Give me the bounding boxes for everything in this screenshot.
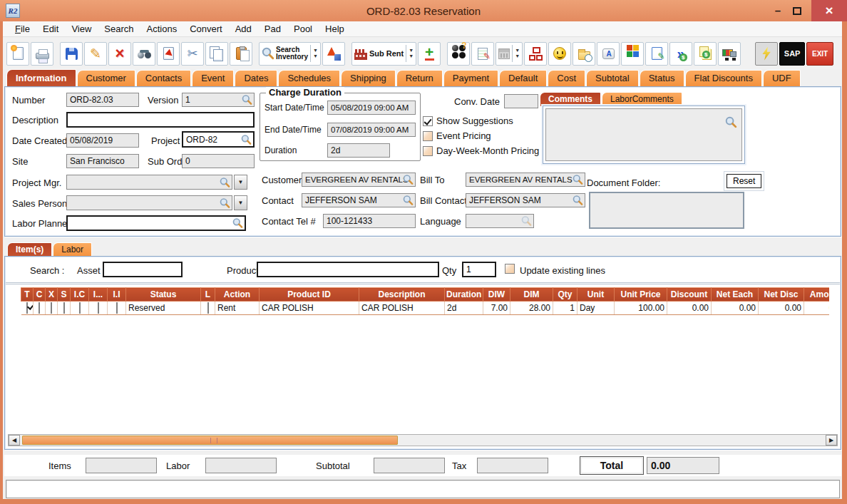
customer-search-icon[interactable] (403, 175, 414, 185)
row-ic-checkbox[interactable] (79, 302, 81, 314)
col-idots[interactable]: I... (89, 288, 108, 302)
col-net-each[interactable]: Net Each (712, 288, 759, 302)
menu-help[interactable]: Help (319, 24, 351, 34)
tab-labor-comments[interactable]: LaborComments (602, 92, 682, 106)
minimize-button[interactable]: – (767, 0, 789, 21)
exit-button[interactable]: EXIT (806, 42, 833, 66)
menu-convert[interactable]: Convert (183, 24, 229, 34)
sub-rent-button[interactable]: Sub Rent ▼▼ (351, 42, 416, 66)
tab-customer[interactable]: Customer (77, 70, 135, 86)
col-t[interactable]: T (21, 288, 34, 302)
labor-planner-field[interactable] (66, 215, 246, 231)
col-discount[interactable]: Discount (667, 288, 712, 302)
sap-button[interactable]: SAP (779, 42, 805, 66)
qty-input[interactable] (462, 262, 496, 277)
col-s[interactable]: S (58, 288, 71, 302)
col-action[interactable]: Action (215, 288, 260, 302)
col-unit-price[interactable]: Unit Price (615, 288, 667, 302)
calendar-button[interactable]: ▼▼ (496, 42, 523, 66)
row-s-checkbox[interactable] (63, 302, 65, 314)
group-query-button[interactable] (447, 42, 470, 66)
org-chart-button[interactable] (524, 42, 547, 66)
find-button[interactable] (133, 42, 155, 66)
col-qty[interactable]: Qty (553, 288, 578, 302)
horizontal-scrollbar[interactable]: ◀ ▶ (8, 434, 838, 446)
history-folder-button[interactable] (573, 42, 595, 66)
menu-actions[interactable]: Actions (140, 24, 184, 34)
notes-button[interactable] (471, 42, 494, 66)
shapes-button[interactable] (322, 42, 345, 66)
row-x-checkbox[interactable] (51, 302, 52, 314)
row-t-checkbox[interactable] (26, 302, 28, 314)
col-net-disc[interactable]: Net Disc (759, 288, 804, 302)
tab-default[interactable]: Default (499, 70, 547, 86)
project-mgr-search-icon[interactable] (220, 177, 230, 187)
quote-button[interactable]: $ (694, 42, 717, 66)
paste-button[interactable] (230, 42, 252, 66)
version-search-icon[interactable] (242, 95, 252, 106)
menu-file[interactable]: File (9, 24, 36, 34)
col-l[interactable]: L (201, 288, 215, 302)
show-suggestions-checkbox[interactable] (423, 116, 433, 126)
col-description[interactable]: Description (359, 288, 445, 302)
tab-labor[interactable]: Labor (53, 242, 92, 257)
line-item-row[interactable]: Reserved Rent CAR POLISH CAR POLISH 2d 7… (21, 302, 830, 315)
update-existing-checkbox[interactable] (505, 264, 515, 274)
col-amount[interactable]: Amount (804, 288, 830, 302)
quick-action-button[interactable] (755, 42, 778, 66)
sales-person-dropdown-icon[interactable]: ▼ (234, 195, 247, 210)
copy-button[interactable] (205, 42, 228, 66)
menu-pad[interactable]: Pad (258, 24, 287, 34)
menu-pool[interactable]: Pool (287, 24, 319, 34)
tab-information[interactable]: Information (6, 69, 76, 86)
delete-button[interactable]: × (108, 42, 131, 66)
tab-schedules[interactable]: Schedules (278, 70, 340, 86)
sub-rent-dropdown-icon[interactable]: ▼▼ (406, 45, 414, 62)
col-dim[interactable]: DIM (510, 288, 553, 302)
shipping-button[interactable] (718, 42, 741, 66)
add-line-button[interactable]: + (418, 42, 441, 66)
comments-search-icon[interactable] (725, 116, 737, 128)
search-inventory-button[interactable]: SearchInventory ▼▼ (259, 42, 321, 66)
cut-button[interactable]: ✂ (181, 42, 204, 66)
col-ic[interactable]: I.C (71, 288, 89, 302)
description-input[interactable] (66, 112, 255, 128)
tab-event[interactable]: Event (192, 70, 234, 86)
tab-udf[interactable]: UDF (763, 70, 801, 86)
col-x[interactable]: X (46, 288, 58, 302)
event-pricing-checkbox[interactable] (423, 131, 433, 141)
shortcut-key-button[interactable] (597, 42, 620, 66)
close-button[interactable]: × (811, 0, 847, 21)
tab-payment[interactable]: Payment (443, 70, 498, 86)
col-c[interactable]: C (34, 288, 46, 302)
labor-planner-search-icon[interactable] (232, 218, 243, 229)
tab-subtotal[interactable]: Subtotal (586, 70, 639, 86)
save-button[interactable] (60, 42, 83, 66)
project-search-icon[interactable] (241, 134, 252, 145)
tab-items[interactable]: Item(s) (7, 242, 52, 257)
search-inventory-dropdown-icon[interactable]: ▼▼ (310, 45, 318, 62)
col-diw[interactable]: DIW (483, 288, 510, 302)
tab-contacts[interactable]: Contacts (136, 70, 191, 86)
col-status[interactable]: Status (126, 288, 201, 302)
calendar-dropdown-icon[interactable]: ▼▼ (512, 45, 520, 62)
reset-button[interactable]: Reset (727, 174, 761, 188)
asset-input[interactable] (103, 262, 183, 277)
day-week-month-checkbox[interactable] (423, 146, 433, 156)
col-duration[interactable]: Duration (445, 288, 483, 302)
tab-cost[interactable]: Cost (548, 70, 585, 86)
project-mgr-dropdown-icon[interactable]: ▼ (234, 175, 247, 190)
tab-dates[interactable]: Dates (235, 70, 277, 86)
menu-add[interactable]: Add (229, 24, 258, 34)
tab-return[interactable]: Return (396, 70, 443, 86)
menu-view[interactable]: View (65, 24, 98, 34)
scroll-right-icon[interactable]: ▶ (826, 435, 837, 446)
row-idots-checkbox[interactable] (98, 302, 99, 314)
tab-comments[interactable]: Comments (540, 92, 601, 106)
row-c-checkbox[interactable] (38, 302, 40, 314)
comments-textarea[interactable] (545, 108, 742, 161)
col-unit[interactable]: Unit (578, 288, 615, 302)
edit-button[interactable]: ✎ (84, 42, 107, 66)
cubes-button[interactable] (621, 42, 644, 66)
menu-edit[interactable]: Edit (36, 24, 65, 34)
